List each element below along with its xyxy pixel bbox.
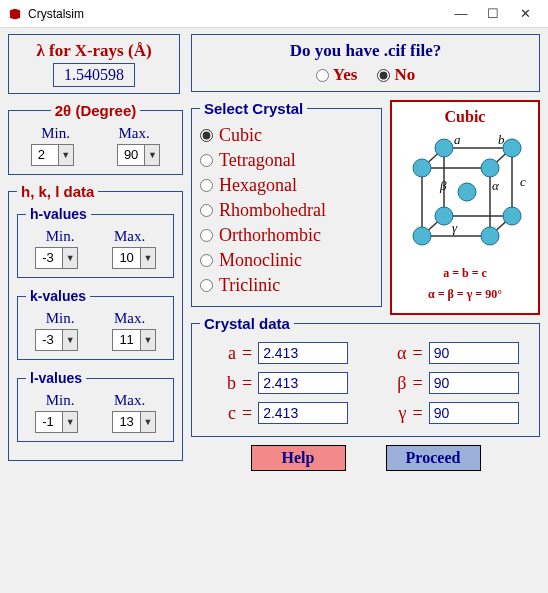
two-theta-max-label: Max. <box>118 125 149 142</box>
crystal-option-hexagonal[interactable]: Hexagonal <box>200 173 373 198</box>
l-max-spinner[interactable]: 13▼ <box>112 411 155 433</box>
two-theta-min-label: Min. <box>41 125 70 142</box>
window-title: Crystalsim <box>28 7 84 21</box>
svg-point-13 <box>413 227 431 245</box>
chevron-down-icon[interactable]: ▼ <box>62 248 77 268</box>
h-values-group: h-values Min.Max. -3▼ 10▼ <box>17 206 174 278</box>
k-min-spinner[interactable]: -3▼ <box>35 329 78 351</box>
svg-point-16 <box>503 139 521 157</box>
crystal-option-monoclinic[interactable]: Monoclinic <box>200 248 373 273</box>
svg-text:γ: γ <box>452 220 458 235</box>
minimize-button[interactable]: — <box>446 6 476 21</box>
svg-point-12 <box>481 159 499 177</box>
svg-point-15 <box>435 139 453 157</box>
svg-text:α: α <box>492 178 500 193</box>
svg-text:β: β <box>439 178 447 193</box>
svg-point-18 <box>503 207 521 225</box>
select-crystal-group: Select Crystal Cubic Tetragonal Hexagona… <box>191 100 382 307</box>
svg-point-3 <box>10 14 14 18</box>
l-values-group: l-values Min.Max. -1▼ 13▼ <box>17 370 174 442</box>
close-button[interactable]: ✕ <box>510 6 540 21</box>
svg-point-11 <box>413 159 431 177</box>
svg-point-17 <box>435 207 453 225</box>
cif-question: Do you have .cif file? <box>198 41 533 61</box>
k-values-group: k-values Min.Max. -3▼ 11▼ <box>17 288 174 360</box>
proceed-button[interactable]: Proceed <box>386 445 481 471</box>
crystal-option-orthorhombic[interactable]: Orthorhombic <box>200 223 373 248</box>
beta-input[interactable] <box>429 372 519 394</box>
chevron-down-icon[interactable]: ▼ <box>140 412 155 432</box>
cif-no-radio[interactable]: No <box>377 65 415 85</box>
cif-yes-radio[interactable]: Yes <box>316 65 358 85</box>
lambda-label: λ for X-rays (Å) <box>15 41 173 61</box>
h-max-spinner[interactable]: 10▼ <box>112 247 155 269</box>
chevron-down-icon[interactable]: ▼ <box>62 412 77 432</box>
c-input[interactable] <box>258 402 348 424</box>
gamma-input[interactable] <box>429 402 519 424</box>
cif-box: Do you have .cif file? Yes No <box>191 34 540 92</box>
hkl-title: h, k, l data <box>17 183 98 200</box>
maximize-button[interactable]: ☐ <box>478 6 508 21</box>
crystal-option-cubic[interactable]: Cubic <box>200 123 373 148</box>
l-min-spinner[interactable]: -1▼ <box>35 411 78 433</box>
chevron-down-icon[interactable]: ▼ <box>58 145 73 165</box>
two-theta-label: 2θ (Degree) <box>51 102 140 119</box>
svg-text:a: a <box>454 132 461 147</box>
alpha-input[interactable] <box>429 342 519 364</box>
crystal-option-rhombohedral[interactable]: Rhombohedral <box>200 198 373 223</box>
help-button[interactable]: Help <box>251 445 346 471</box>
crystal-option-tetragonal[interactable]: Tetragonal <box>200 148 373 173</box>
svg-point-1 <box>10 9 14 13</box>
svg-point-19 <box>458 183 476 201</box>
hkl-group: h, k, l data h-values Min.Max. -3▼ 10▼ k… <box>8 183 183 461</box>
svg-point-2 <box>17 9 21 13</box>
k-max-spinner[interactable]: 11▼ <box>112 329 155 351</box>
a-input[interactable] <box>258 342 348 364</box>
two-theta-group: 2θ (Degree) Min. Max. 2▼ 90▼ <box>8 102 183 175</box>
svg-text:c: c <box>520 174 526 189</box>
titlebar: Crystalsim — ☐ ✕ <box>0 0 548 28</box>
b-input[interactable] <box>258 372 348 394</box>
h-min-spinner[interactable]: -3▼ <box>35 247 78 269</box>
lambda-box: λ for X-rays (Å) 1.540598 <box>8 34 180 94</box>
svg-point-14 <box>481 227 499 245</box>
chevron-down-icon[interactable]: ▼ <box>62 330 77 350</box>
svg-text:b: b <box>498 132 505 147</box>
svg-point-4 <box>17 14 21 18</box>
crystal-data-group: Crystal data a= α= b= β= c= γ= <box>191 315 540 437</box>
lambda-value[interactable]: 1.540598 <box>53 63 135 87</box>
cubic-diagram-icon: a b c β α γ <box>400 128 530 258</box>
crystal-option-triclinic[interactable]: Triclinic <box>200 273 373 298</box>
chevron-down-icon[interactable]: ▼ <box>144 145 159 165</box>
app-icon <box>8 7 22 21</box>
chevron-down-icon[interactable]: ▼ <box>140 330 155 350</box>
two-theta-max-spinner[interactable]: 90▼ <box>117 144 160 166</box>
crystal-diagram: Cubic a b <box>390 100 540 315</box>
two-theta-min-spinner[interactable]: 2▼ <box>31 144 74 166</box>
chevron-down-icon[interactable]: ▼ <box>140 248 155 268</box>
